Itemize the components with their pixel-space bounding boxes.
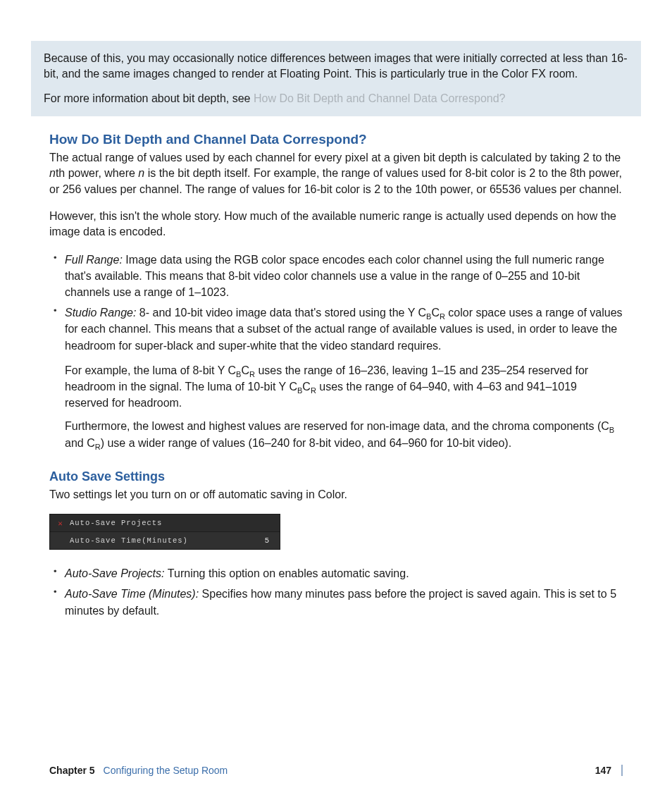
chapter-title: Configuring the Setup Room	[104, 765, 588, 776]
body-paragraph: The actual range of values used by each …	[49, 150, 623, 197]
page-number: 147	[588, 765, 611, 776]
auto-save-time-label: Auto-Save Time(Minutes)	[70, 536, 242, 545]
auto-save-projects-row[interactable]: ✕ Auto-Save Projects	[50, 515, 280, 532]
sub-paragraph: For example, the luma of 8-bit Y CBCR us…	[49, 362, 623, 412]
auto-save-time-value[interactable]: 5	[242, 536, 273, 545]
auto-save-time-row[interactable]: Auto-Save Time(Minutes) 5	[50, 532, 280, 549]
body-paragraph: However, this isn't the whole story. How…	[49, 209, 623, 240]
info-callout: Because of this, you may occasionally no…	[31, 41, 641, 116]
auto-save-list: Auto-Save Projects: Turning this option …	[49, 565, 623, 619]
list-item: Studio Range: 8- and 10-bit video image …	[49, 304, 623, 354]
sub-paragraph: Furthermore, the lowest and highest valu…	[49, 418, 623, 450]
page-footer: Chapter 5 Configuring the Setup Room 147	[49, 765, 623, 776]
callout-paragraph-2: For more information about bit depth, se…	[44, 81, 628, 106]
list-item: Auto-Save Projects: Turning this option …	[49, 565, 623, 581]
callout-paragraph-1: Because of this, you may occasionally no…	[44, 41, 628, 81]
term-auto-save-time: Auto-Save Time (Minutes):	[65, 588, 202, 600]
body-paragraph: Two settings let you turn on or off auto…	[49, 487, 623, 503]
spacer-icon	[57, 537, 64, 544]
list-item: Full Range: Image data using the RGB col…	[49, 252, 623, 301]
term-studio-range: Studio Range:	[65, 307, 139, 319]
heading-auto-save: Auto Save Settings	[49, 469, 623, 484]
checkbox-icon[interactable]: ✕	[57, 519, 64, 526]
auto-save-settings-panel: ✕ Auto-Save Projects Auto-Save Time(Minu…	[49, 514, 280, 550]
callout-link[interactable]: How Do Bit Depth and Channel Data Corres…	[254, 92, 506, 104]
auto-save-projects-label: Auto-Save Projects	[70, 519, 273, 527]
range-list: Full Range: Image data using the RGB col…	[49, 252, 623, 354]
list-item: Auto-Save Time (Minutes): Specifies how …	[49, 586, 623, 618]
heading-bit-depth: How Do Bit Depth and Channel Data Corres…	[49, 132, 623, 147]
chapter-label: Chapter 5	[49, 765, 95, 776]
term-full-range: Full Range:	[65, 254, 125, 266]
callout-lead-text: For more information about bit depth, se…	[44, 92, 254, 104]
page-content: Because of this, you may occasionally no…	[0, 0, 672, 807]
term-auto-save-projects: Auto-Save Projects:	[65, 567, 168, 579]
